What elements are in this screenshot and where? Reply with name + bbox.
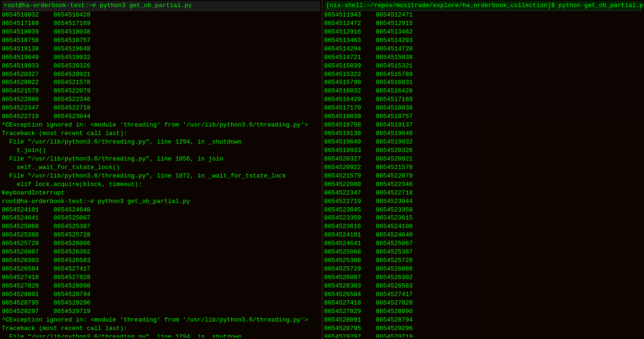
right-line-3: 8654513463 8654514293	[324, 36, 643, 45]
left-line-37: Traceback (most recent call last):	[2, 324, 320, 333]
right-line-1: 8654512472 8654512915	[324, 19, 643, 28]
right-line-27: 8654524641 8654525067	[324, 239, 643, 248]
left-line-6: 8654519933 8654520326	[2, 62, 320, 70]
right-line-17: 8654520327 8654520921	[324, 155, 643, 163]
right-line-8: 8654515790 8654516031	[324, 78, 643, 87]
left-line-33: 8654528091 8654528794	[2, 290, 320, 299]
left-line-35: 8654529297 8654529719	[2, 307, 320, 316]
left-line-13: ^CException ignored in: <module 'threadi…	[2, 121, 320, 129]
right-line-22: 8654522719 8654523044	[324, 197, 643, 206]
left-line-14: Traceback (most recent call last):	[2, 129, 320, 138]
right-line-12: 8654518039 8654518757	[324, 112, 643, 121]
left-line-38: File "/usr/lib/python3.6/threading.py", …	[2, 333, 320, 338]
right-line-34: 8654527418 8654527828	[324, 299, 643, 307]
right-line-36: 8654528091 8654528794	[324, 316, 643, 324]
left-line-22: root@ha-orderbook-test:~# python3 get_ob…	[2, 197, 320, 206]
left-line-19: File "/usr/lib/python3.6/threading.py", …	[2, 172, 320, 180]
right-line-5: 8654514721 8654515038	[324, 53, 643, 62]
left-terminal-pane[interactable]: root@ha-orderbook-test:~# python3 get_ob…	[0, 0, 322, 339]
left-line-5: 8654519649 8654519932	[2, 53, 320, 62]
right-line-33: 8654526584 8654527417	[324, 290, 643, 299]
right-line-26: 8654524101 8654524640	[324, 231, 643, 239]
left-line-18: self._wait_for_tstate_lock()	[2, 163, 320, 172]
right-line-32: 8654526303 8654526583	[324, 282, 643, 290]
left-line-1: 8654517169 8654517169	[2, 19, 320, 28]
left-line-23: 8654524101 8654524640	[2, 206, 320, 214]
right-line-31: 8654526087 8654526302	[324, 273, 643, 282]
right-terminal-pane[interactable]: [nix-shell:~/repos/mositrade/explore/ha_…	[322, 0, 644, 339]
left-line-25: 8654525068 8654525387	[2, 222, 320, 231]
left-line-34: 8654528795 8654529296	[2, 299, 320, 307]
left-line-20: elif lock.acquire(block, timeout):	[2, 180, 320, 189]
right-line-24: 8654523359 8654523615	[324, 214, 643, 222]
left-line-28: 8654526087 8654526302	[2, 248, 320, 256]
right-line-21: 8654522347 8654522718	[324, 189, 643, 197]
left-line-4: 8654519138 8654519648	[2, 45, 320, 53]
left-line-26: 8654525388 8654525728	[2, 231, 320, 239]
left-line-3: 8654518758 8654518757	[2, 36, 320, 45]
right-terminal-header: [nix-shell:~/repos/mositrade/explore/ha_…	[324, 1, 643, 11]
right-line-18: 8654520922 8654521578	[324, 163, 643, 172]
left-line-27: 8654525729 8654526086	[2, 239, 320, 248]
left-line-10: 8654522080 8654522346	[2, 95, 320, 104]
right-line-37: 8654528795 8654529296	[324, 324, 643, 333]
right-line-25: 8654523616 8654524100	[324, 222, 643, 231]
right-line-13: 8654518758 8654519137	[324, 121, 643, 129]
left-line-21: KeyboardInterrupt	[2, 189, 320, 197]
left-line-32: 8654527829 8654528090	[2, 282, 320, 290]
left-line-0: 8654516032 8654516428	[2, 11, 320, 19]
left-line-17: File "/usr/lib/python3.6/threading.py", …	[2, 155, 320, 163]
right-line-15: 8654519649 8654519932	[324, 138, 643, 146]
right-line-38: 8654529297 8654529719	[324, 333, 643, 338]
left-line-7: 8654520327 8654520921	[2, 70, 320, 79]
right-line-20: 8654522080 8654522346	[324, 180, 643, 189]
right-line-10: 8654516429 8654517169	[324, 95, 643, 104]
left-line-9: 8654521579 8654522079	[2, 87, 320, 95]
left-line-24: 8654524641 8654525067	[2, 214, 320, 222]
right-line-9: 8654516032 8654516428	[324, 87, 643, 95]
left-line-30: 8654526584 8654527417	[2, 265, 320, 273]
right-line-28: 8654525068 8654525387	[324, 248, 643, 256]
right-line-4: 8654514294 8654514720	[324, 45, 643, 53]
right-line-29: 8654525388 8654525728	[324, 256, 643, 265]
left-line-15: File "/usr/lib/python3.6/threading.py", …	[2, 138, 320, 146]
right-line-35: 8654527829 8654528090	[324, 307, 643, 316]
left-terminal-header: root@ha-orderbook-test:~# python3 get_ob…	[2, 1, 320, 11]
right-line-16: 8654519933 8654520326	[324, 146, 643, 155]
left-terminal-content: 8654516032 86545164288654517169 86545171…	[2, 11, 320, 338]
right-line-6: 8654515039 8654515321	[324, 62, 643, 70]
right-line-11: 8654517170 8654518038	[324, 104, 643, 112]
right-line-23: 8654523045 8654523358	[324, 206, 643, 214]
left-line-2: 8654518039 8654518038	[2, 28, 320, 36]
right-terminal-content: 8654511943 86545124718654512472 86545129…	[324, 11, 643, 338]
left-line-16: t.join()	[2, 146, 320, 155]
right-line-7: 8654515322 8654515789	[324, 70, 643, 79]
right-line-14: 8654519138 8654519648	[324, 129, 643, 138]
left-line-11: 8654522347 8654522718	[2, 104, 320, 112]
right-line-0: 8654511943 8654512471	[324, 11, 643, 19]
left-line-29: 8654526303 8654526583	[2, 256, 320, 265]
right-line-19: 8654521579 8654522079	[324, 172, 643, 180]
right-line-30: 8654525729 8654526086	[324, 265, 643, 273]
right-line-2: 8654512916 8654513462	[324, 28, 643, 36]
left-line-8: 8654520922 8654521578	[2, 78, 320, 87]
left-line-12: 8654522719 8654523044	[2, 112, 320, 121]
left-line-31: 8654527418 8654527828	[2, 273, 320, 282]
left-line-36: ^CException ignored in: <module 'threadi…	[2, 316, 320, 324]
